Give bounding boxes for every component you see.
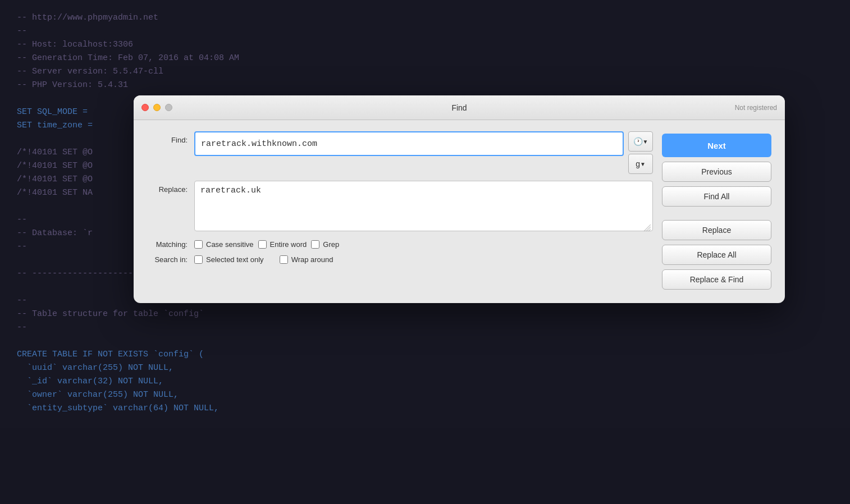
- find-input-area: [194, 131, 624, 156]
- entire-word-checkbox[interactable]: [258, 240, 267, 249]
- selected-text-item[interactable]: Selected text only: [194, 255, 264, 264]
- dialog-actions: Next Previous Find All Replace Replace A…: [662, 131, 771, 290]
- resize-handle: [643, 223, 651, 231]
- grep-label: Grep: [323, 240, 339, 249]
- previous-button[interactable]: Previous: [662, 162, 771, 182]
- clock-dropdown-arrow: ▼: [643, 139, 648, 145]
- matching-row: Matching: Case sensitive Entire word Gre…: [147, 240, 653, 249]
- replace-label: Replace:: [147, 181, 188, 194]
- minimize-button[interactable]: [153, 104, 161, 111]
- grep-checkbox[interactable]: [311, 240, 319, 249]
- find-input[interactable]: [194, 131, 624, 156]
- g-label: g: [636, 159, 640, 168]
- wrap-around-label: Wrap around: [291, 255, 333, 264]
- replace-row: Replace:: [147, 181, 653, 233]
- case-sensitive-checkbox[interactable]: [194, 240, 203, 249]
- wrap-around-checkbox[interactable]: [280, 255, 288, 264]
- replace-find-button[interactable]: Replace & Find: [662, 269, 771, 290]
- selected-text-checkbox[interactable]: [194, 255, 203, 264]
- find-all-button[interactable]: Find All: [662, 186, 771, 207]
- replace-button[interactable]: Replace: [662, 220, 771, 240]
- find-row: Find: 🕐 ▼ g ▼: [147, 131, 653, 174]
- find-dialog: Find Not registered Find: 🕐 ▼: [134, 95, 785, 303]
- svg-line-2: [648, 229, 651, 231]
- case-sensitive-label: Case sensitive: [206, 240, 254, 249]
- entire-word-label: Entire word: [270, 240, 307, 249]
- next-button[interactable]: Next: [662, 134, 771, 157]
- replace-input-wrapper: [194, 181, 653, 233]
- replace-input[interactable]: [194, 181, 653, 231]
- wrap-around-item[interactable]: Wrap around: [280, 255, 333, 264]
- not-registered-label: Not registered: [735, 104, 777, 112]
- search-in-row: Search in: Selected text only Wrap aroun…: [147, 255, 653, 264]
- maximize-button: [165, 104, 172, 111]
- close-button[interactable]: [141, 104, 149, 111]
- dialog-body: Find: 🕐 ▼ g ▼: [134, 120, 785, 303]
- entire-word-item[interactable]: Entire word: [258, 240, 307, 249]
- case-sensitive-item[interactable]: Case sensitive: [194, 240, 254, 249]
- dialog-titlebar: Find Not registered: [134, 95, 785, 120]
- clock-dropdown-button[interactable]: 🕐 ▼: [628, 131, 653, 152]
- replace-all-button[interactable]: Replace All: [662, 245, 771, 265]
- grep-item[interactable]: Grep: [311, 240, 339, 249]
- traffic-lights: [141, 104, 172, 111]
- dialog-form: Find: 🕐 ▼ g ▼: [147, 131, 653, 290]
- matching-label: Matching:: [147, 240, 188, 249]
- find-side-buttons: 🕐 ▼ g ▼: [628, 131, 653, 174]
- dialog-title: Find: [451, 103, 467, 112]
- selected-text-label: Selected text only: [206, 255, 264, 264]
- spacer: [662, 211, 771, 216]
- svg-line-1: [646, 227, 651, 231]
- search-in-label: Search in:: [147, 255, 188, 264]
- find-label: Find:: [147, 131, 188, 144]
- grep-dropdown-arrow: ▼: [640, 161, 646, 167]
- clock-icon: 🕐: [633, 137, 643, 146]
- matching-options: Case sensitive Entire word Grep: [194, 240, 339, 249]
- grep-dropdown-button[interactable]: g ▼: [628, 154, 653, 174]
- search-in-options: Selected text only Wrap around: [194, 255, 333, 264]
